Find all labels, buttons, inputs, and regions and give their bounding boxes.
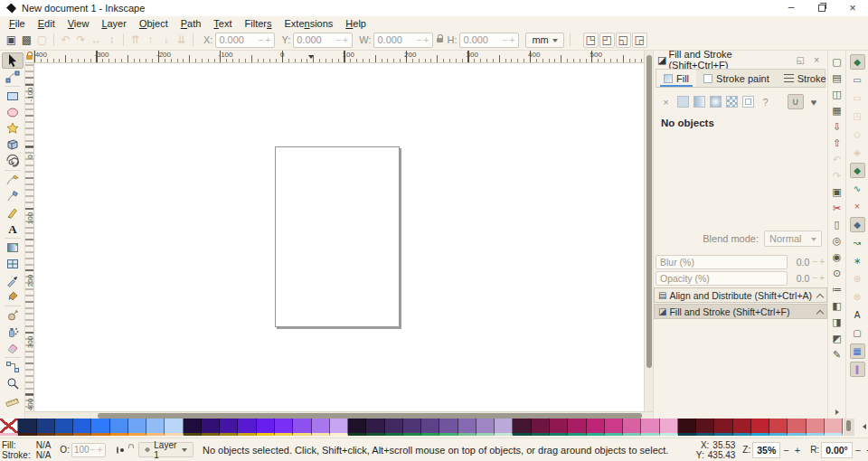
- snap-path-intersections-toggle[interactable]: ×: [850, 199, 865, 214]
- y-field[interactable]: 0.000: [293, 33, 353, 48]
- import-image-button[interactable]: ⇩: [830, 119, 844, 134]
- color-swatch[interactable]: [128, 419, 146, 436]
- color-swatch[interactable]: [348, 419, 366, 436]
- snap-nodes-toggle[interactable]: ◆: [850, 163, 865, 178]
- horizontal-scrollbar[interactable]: [25, 411, 653, 419]
- cut-button[interactable]: ✂: [830, 201, 844, 215]
- select-all-button[interactable]: ▣: [4, 33, 19, 48]
- vertical-scrollbar-thumb[interactable]: [646, 55, 652, 368]
- color-swatch[interactable]: [587, 419, 605, 436]
- paint-bucket-tool[interactable]: [2, 288, 24, 305]
- color-swatch[interactable]: [550, 419, 568, 436]
- unit-selector[interactable]: mm: [525, 33, 563, 48]
- layers-dialog-button[interactable]: ◩: [830, 331, 844, 345]
- w-field[interactable]: 0.000: [373, 33, 433, 48]
- swatch-none[interactable]: [0, 419, 18, 436]
- color-swatch[interactable]: [91, 419, 109, 436]
- color-swatch[interactable]: [257, 419, 275, 436]
- color-swatch[interactable]: [37, 419, 55, 436]
- fill-rule-evenodd-button[interactable]: ♥: [806, 94, 822, 109]
- color-swatch[interactable]: [312, 419, 330, 436]
- radial-gradient-button[interactable]: [710, 96, 722, 108]
- snap-midpoints-toggle[interactable]: ∗: [850, 253, 865, 268]
- color-swatch[interactable]: [660, 419, 678, 436]
- menu-help[interactable]: Help: [339, 18, 373, 29]
- color-swatch[interactable]: [293, 419, 311, 436]
- flat-color-button[interactable]: [677, 96, 689, 108]
- xml-editor-button[interactable]: ≔: [830, 282, 844, 296]
- selector-tool[interactable]: [2, 52, 24, 69]
- toggle-scale-patterns[interactable]: ◲: [632, 33, 647, 48]
- color-swatch[interactable]: [605, 419, 623, 436]
- color-swatch[interactable]: [330, 419, 348, 436]
- layer-visibility-toggle[interactable]: [117, 447, 118, 454]
- palette-scrollbar-thumb[interactable]: [846, 420, 851, 431]
- snap-grid-toggle[interactable]: ▦: [850, 343, 865, 359]
- dock-collapse-arrow[interactable]: [835, 409, 842, 415]
- swatch-button[interactable]: [742, 96, 754, 108]
- color-swatch[interactable]: [184, 419, 202, 436]
- gradient-tool[interactable]: [2, 240, 24, 256]
- zoom-decrement[interactable]: −: [780, 445, 791, 456]
- ruler-corner[interactable]: [25, 51, 34, 63]
- eraser-tool[interactable]: [2, 340, 24, 356]
- blur-slider[interactable]: Blur (%): [656, 255, 788, 269]
- color-swatch[interactable]: [696, 419, 714, 436]
- toggle-scale-stroke[interactable]: ◳: [583, 33, 599, 48]
- fill-rule-nonzero-button[interactable]: ∪: [788, 94, 804, 109]
- print-document-button[interactable]: ▦: [830, 103, 844, 118]
- color-swatch[interactable]: [751, 419, 769, 436]
- rotation-decrement[interactable]: −: [853, 445, 863, 456]
- tab-fill[interactable]: Fill: [656, 70, 696, 87]
- color-swatch[interactable]: [807, 419, 825, 436]
- spiral-tool[interactable]: [2, 153, 24, 169]
- fill-indicator-value[interactable]: N/A: [36, 440, 52, 450]
- color-swatch[interactable]: [202, 419, 220, 436]
- linear-gradient-button[interactable]: [693, 96, 705, 108]
- open-document-button[interactable]: ▤: [830, 71, 844, 85]
- snap-paths-toggle[interactable]: ∿: [850, 181, 865, 196]
- menu-path[interactable]: Path: [175, 18, 208, 29]
- opacity-slider[interactable]: Opacity (%): [656, 271, 788, 286]
- color-swatch[interactable]: [532, 419, 550, 436]
- select-all-layers-button[interactable]: ▩: [19, 33, 34, 48]
- color-swatch[interactable]: [110, 419, 128, 436]
- pencil-tool[interactable]: [2, 172, 24, 188]
- zoom-field[interactable]: 35%: [752, 442, 780, 458]
- dock-close-button[interactable]: ×: [809, 55, 824, 65]
- color-swatch[interactable]: [275, 419, 293, 436]
- color-swatch[interactable]: [476, 419, 495, 436]
- close-button[interactable]: ×: [837, 0, 868, 16]
- color-swatch[interactable]: [769, 419, 788, 436]
- color-swatch[interactable]: [366, 419, 384, 436]
- color-swatch[interactable]: [458, 419, 476, 436]
- snap-guides-toggle[interactable]: ∥: [850, 362, 865, 377]
- spray-tool[interactable]: [2, 324, 24, 340]
- snap-bounding-box-toggle[interactable]: ▭: [850, 72, 865, 88]
- tab-stroke-paint[interactable]: Stroke paint: [696, 70, 777, 87]
- color-swatch[interactable]: [678, 419, 696, 436]
- snap-page-border-toggle[interactable]: ▢: [850, 325, 865, 341]
- mesh-tool[interactable]: [2, 256, 24, 272]
- menu-view[interactable]: View: [61, 18, 96, 29]
- zoom-tool[interactable]: [2, 375, 24, 391]
- snap-cusp-nodes-toggle[interactable]: ◆: [850, 217, 865, 232]
- opacity-value[interactable]: 0.0: [788, 273, 811, 284]
- document-page[interactable]: [275, 146, 400, 327]
- snap-text-baseline-toggle[interactable]: A: [850, 307, 865, 323]
- toggle-scale-gradients[interactable]: ◱: [616, 33, 631, 48]
- color-swatch[interactable]: [568, 419, 586, 436]
- menu-object[interactable]: Object: [133, 18, 175, 29]
- rotation-increment[interactable]: +: [863, 445, 868, 456]
- zoom-increment[interactable]: +: [792, 445, 803, 456]
- rectangle-tool[interactable]: [2, 88, 24, 104]
- blend-mode-select[interactable]: Normal: [764, 230, 822, 247]
- color-swatch[interactable]: [513, 419, 531, 436]
- h-field[interactable]: 0.000: [459, 33, 519, 48]
- toggle-scale-corners[interactable]: ◰: [599, 33, 615, 48]
- menu-filters[interactable]: Filters: [239, 18, 278, 29]
- minimize-button[interactable]: –: [776, 0, 807, 16]
- pen-tool[interactable]: [2, 188, 24, 204]
- ungroup-objects-button[interactable]: ◨: [830, 315, 844, 329]
- export-image-button[interactable]: ⇧: [830, 136, 844, 150]
